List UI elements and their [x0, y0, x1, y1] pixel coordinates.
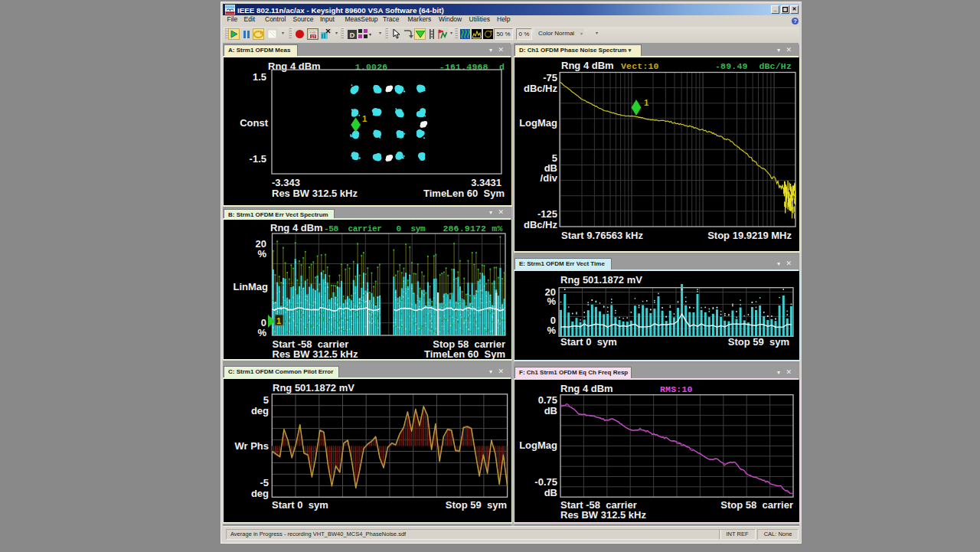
svg-text:-5: -5: [260, 477, 269, 488]
svg-text:286.9172 m%: 286.9172 m%: [443, 224, 502, 234]
svg-text:1: 1: [644, 98, 649, 107]
svg-text:LogMag: LogMag: [519, 439, 557, 451]
svg-text:TimeLen 60 Sym: TimeLen 60 Sym: [424, 348, 505, 360]
svg-text:-1.5: -1.5: [250, 153, 266, 165]
svg-text:-3.343: -3.343: [272, 177, 300, 188]
svg-text:%: %: [547, 296, 556, 307]
svg-text:Stop 19.9219 MHz: Stop 19.9219 MHz: [707, 230, 792, 241]
svg-text:Rng 4 dBm: Rng 4 dBm: [561, 60, 614, 71]
svg-text:dB: dB: [544, 487, 557, 498]
svg-text:Rng 501.1872 mV: Rng 501.1872 mV: [273, 382, 354, 394]
svg-text:Start 0 sym: Start 0 sym: [272, 499, 328, 511]
svg-text:Rng 4 dBm: Rng 4 dBm: [270, 222, 323, 234]
svg-text:Stop 58 carrier: Stop 58 carrier: [720, 499, 793, 511]
svg-text:LinMag: LinMag: [234, 281, 269, 292]
svg-text:%: %: [257, 248, 266, 260]
svg-text:3.3431: 3.3431: [471, 177, 501, 188]
svg-text:-75: -75: [543, 72, 557, 83]
svg-text:LogMag: LogMag: [519, 117, 557, 129]
svg-text:1: 1: [276, 316, 281, 325]
svg-text:dBc/Hz: dBc/Hz: [759, 61, 792, 71]
svg-text:Res BW 312.5 kHz: Res BW 312.5 kHz: [273, 348, 358, 360]
svg-text:/div: /div: [541, 172, 558, 184]
svg-text:Res BW 312.5 kHz: Res BW 312.5 kHz: [272, 188, 358, 199]
svg-text:-58 carrier 0 sym: -58 carrier 0 sym: [324, 224, 426, 234]
svg-text:1: 1: [362, 114, 368, 123]
svg-text:deg: deg: [251, 488, 269, 499]
svg-text:Wr Phs: Wr Phs: [234, 440, 269, 452]
svg-text:Rng 501.1872 mV: Rng 501.1872 mV: [560, 274, 642, 286]
svg-text:Stop 59 sym: Stop 59 sym: [728, 336, 789, 348]
svg-text:-89.49: -89.49: [715, 61, 748, 71]
svg-text:0.75: 0.75: [538, 394, 557, 406]
svg-text:TimeLen 60 Sym: TimeLen 60 Sym: [423, 188, 505, 199]
svg-text:17: 17: [311, 34, 315, 38]
svg-text:Vect:10: Vect:10: [621, 61, 659, 71]
svg-text:Rng 4 dBm: Rng 4 dBm: [560, 383, 613, 394]
svg-text:%: %: [257, 327, 266, 338]
svg-text:Res BW 312.5 kHz: Res BW 312.5 kHz: [560, 509, 646, 521]
svg-text:Stop 59 sym: Stop 59 sym: [446, 499, 507, 511]
svg-text:dBc/Hz: dBc/Hz: [524, 219, 558, 230]
svg-text:Start 0 sym: Start 0 sym: [560, 336, 617, 348]
svg-text:1.5: 1.5: [253, 71, 266, 83]
svg-text:dB: dB: [544, 405, 557, 416]
svg-text:D: D: [349, 31, 354, 38]
svg-text:Start 9.76563 kHz: Start 9.76563 kHz: [561, 230, 643, 241]
svg-text:deg: deg: [251, 405, 269, 416]
svg-text:RMS:10: RMS:10: [660, 384, 693, 394]
svg-text:%: %: [547, 325, 556, 336]
svg-text:Const: Const: [240, 117, 269, 129]
svg-text:dBc/Hz: dBc/Hz: [524, 83, 558, 94]
